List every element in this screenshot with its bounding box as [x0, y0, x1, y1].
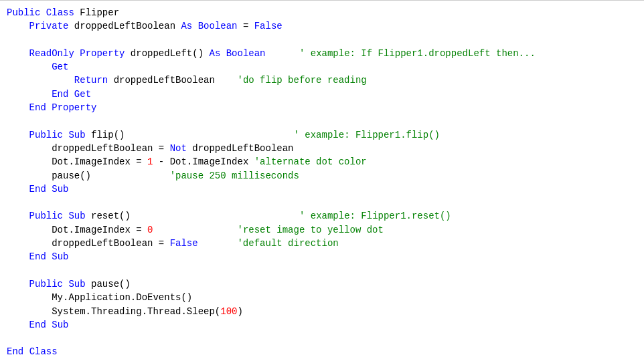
code-line-16: End Sub: [7, 250, 637, 263]
code-line-6: End Get: [7, 88, 637, 101]
code-line-19: System.Threading.Thread.Sleep(100): [7, 305, 637, 318]
code-line-11: pause() 'pause 250 milliseconds: [7, 169, 637, 183]
code-line-2: Private droppedLeftBoolean As Boolean = …: [7, 19, 637, 33]
code-line-15: droppedLeftBoolean = False 'default dire…: [7, 237, 637, 250]
code-line-18: My.Application.DoEvents(): [7, 291, 637, 304]
code-line-blank5: [7, 332, 637, 345]
code-line-blank2: [7, 114, 637, 128]
code-line-9: droppedLeftBoolean = Not droppedLeftBool…: [7, 142, 637, 155]
code-editor: Public Class Flipper Private droppedLeft…: [0, 0, 644, 355]
code-line-3: ReadOnly Property droppedLeft() As Boole…: [7, 47, 637, 60]
code-line-blank1: [7, 33, 637, 47]
code-line-4: Get: [7, 60, 637, 74]
code-line-blank3: [7, 196, 637, 209]
code-line-1: Public Class Flipper: [7, 6, 637, 19]
code-line-13: Public Sub reset() ' example: Flipper1.r…: [7, 209, 637, 223]
code-line-8: Public Sub flip() ' example: Flipper1.fl…: [7, 128, 637, 142]
code-line-17: Public Sub pause(): [7, 277, 637, 291]
code-line-7: End Property: [7, 101, 637, 114]
code-line-21: End Class: [7, 345, 637, 355]
code-line-blank4: [7, 264, 637, 277]
code-line-5: Return droppedLeftBoolean 'do flip befor…: [7, 74, 637, 87]
code-line-12: End Sub: [7, 183, 637, 196]
code-line-14: Dot.ImageIndex = 0 'reset image to yello…: [7, 223, 637, 237]
code-line-10: Dot.ImageIndex = 1 - Dot.ImageIndex 'alt…: [7, 155, 637, 168]
code-line-20: End Sub: [7, 318, 637, 332]
